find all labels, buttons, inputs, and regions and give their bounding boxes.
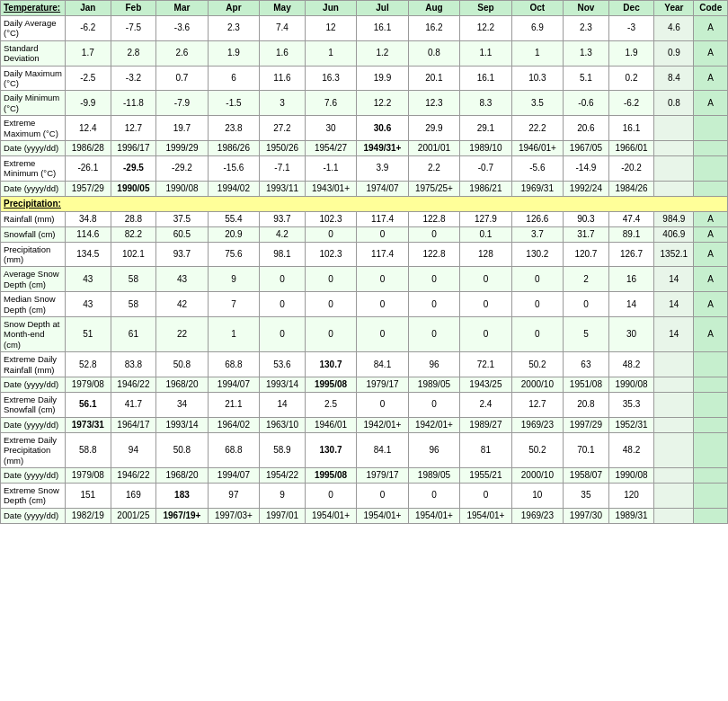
data-cell: 0 bbox=[357, 267, 408, 292]
data-cell bbox=[654, 181, 694, 196]
data-cell: 0 bbox=[305, 226, 356, 242]
data-cell: 0 bbox=[564, 292, 609, 317]
data-cell: 1352.1 bbox=[654, 242, 694, 267]
row-label: Date (yyyy/dd) bbox=[1, 377, 66, 392]
col-may: May bbox=[260, 1, 306, 16]
data-cell: 1989/31 bbox=[608, 508, 654, 523]
row-label: Extreme Maximum (°C) bbox=[1, 116, 66, 141]
data-cell: 47.4 bbox=[608, 211, 654, 226]
data-cell: 12.7 bbox=[511, 392, 563, 417]
data-cell: 0 bbox=[460, 292, 511, 317]
data-cell: 1958/07 bbox=[564, 467, 609, 483]
data-cell: 31.7 bbox=[564, 226, 609, 242]
data-cell: 1993/11 bbox=[260, 181, 306, 196]
data-cell: 11.6 bbox=[260, 66, 306, 91]
data-cell: -7.5 bbox=[111, 16, 156, 41]
data-cell: 52.8 bbox=[66, 352, 111, 377]
col-oct: Oct bbox=[511, 1, 563, 16]
col-jan: Jan bbox=[66, 1, 111, 16]
data-cell: 1952/31 bbox=[608, 417, 654, 432]
data-cell: -5.6 bbox=[511, 155, 563, 181]
table-row: Standard Deviation1.72.82.61.91.611.20.8… bbox=[1, 40, 728, 66]
data-cell: 48.2 bbox=[608, 432, 654, 467]
data-cell: 0 bbox=[305, 267, 356, 292]
data-cell: 5 bbox=[564, 317, 609, 352]
data-cell: 169 bbox=[111, 483, 156, 508]
data-cell: 12.2 bbox=[460, 16, 511, 41]
data-cell: 14 bbox=[654, 267, 694, 292]
data-cell: 2.3 bbox=[208, 16, 259, 41]
table-row: Date (yyyy/dd)1982/192001/251967/19+1997… bbox=[1, 508, 728, 523]
table-row: Extreme Minimum (°C)-26.1-29.5-29.2-15.6… bbox=[1, 155, 728, 181]
data-cell: 75.6 bbox=[208, 242, 259, 267]
data-cell: 1951/08 bbox=[564, 377, 609, 392]
row-label: Daily Average (°C) bbox=[1, 16, 66, 41]
data-cell: 1979/08 bbox=[66, 377, 111, 392]
data-cell: 1968/20 bbox=[156, 467, 208, 483]
data-cell: 1954/22 bbox=[260, 467, 306, 483]
table-row: Daily Maximum (°C)-2.5-3.20.7611.616.319… bbox=[1, 66, 728, 91]
data-cell: 1954/01+ bbox=[408, 508, 459, 523]
data-cell: 1993/14 bbox=[260, 377, 306, 392]
col-sep: Sep bbox=[460, 1, 511, 16]
data-cell bbox=[654, 467, 694, 483]
data-cell: 1.2 bbox=[357, 40, 408, 66]
row-label: Average Snow Depth (cm) bbox=[1, 267, 66, 292]
data-cell: 14 bbox=[608, 292, 654, 317]
data-cell: 0 bbox=[357, 317, 408, 352]
data-cell: 7.4 bbox=[260, 16, 306, 41]
data-cell: 0 bbox=[305, 483, 356, 508]
data-cell bbox=[694, 181, 728, 196]
row-label: Median Snow Depth (cm) bbox=[1, 292, 66, 317]
data-cell: 1969/23 bbox=[511, 508, 563, 523]
data-cell: -3 bbox=[608, 16, 654, 41]
data-cell: 1990/08 bbox=[156, 181, 208, 196]
data-cell: 1979/17 bbox=[357, 377, 408, 392]
data-cell: 3.5 bbox=[511, 91, 563, 116]
data-cell: 1989/05 bbox=[408, 377, 459, 392]
data-cell: 0 bbox=[511, 317, 563, 352]
data-cell: 0 bbox=[408, 483, 459, 508]
data-cell: 9 bbox=[260, 483, 306, 508]
data-cell: 1969/31 bbox=[511, 181, 563, 196]
table-row: Rainfall (mm)34.828.837.555.493.7102.311… bbox=[1, 211, 728, 226]
data-cell: 48.2 bbox=[608, 352, 654, 377]
data-cell: 1.6 bbox=[260, 40, 306, 66]
data-cell: A bbox=[694, 211, 728, 226]
data-cell: -7.1 bbox=[260, 155, 306, 181]
data-cell: 1946/01 bbox=[305, 417, 356, 432]
data-cell: 0 bbox=[357, 292, 408, 317]
data-cell: 0 bbox=[260, 317, 306, 352]
data-cell: 122.8 bbox=[408, 211, 459, 226]
data-cell: 42 bbox=[156, 292, 208, 317]
data-cell: 50.2 bbox=[511, 432, 563, 467]
data-cell: 1986/26 bbox=[208, 140, 259, 155]
data-cell: -3.6 bbox=[156, 16, 208, 41]
data-cell: 28.8 bbox=[111, 211, 156, 226]
data-cell: 0 bbox=[460, 483, 511, 508]
data-cell bbox=[654, 432, 694, 467]
data-cell: 1990/08 bbox=[608, 377, 654, 392]
col-nov: Nov bbox=[564, 1, 609, 16]
data-cell: 9 bbox=[208, 267, 259, 292]
data-cell bbox=[694, 392, 728, 417]
data-cell: 1995/08 bbox=[305, 377, 356, 392]
data-cell: 35.3 bbox=[608, 392, 654, 417]
col-dec: Dec bbox=[608, 1, 654, 16]
data-cell: 37.5 bbox=[156, 211, 208, 226]
data-cell: -0.7 bbox=[460, 155, 511, 181]
data-cell: -6.2 bbox=[608, 91, 654, 116]
table-row: Extreme Daily Precipitation (mm)58.89450… bbox=[1, 432, 728, 467]
data-cell bbox=[654, 116, 694, 141]
data-cell: 984.9 bbox=[654, 211, 694, 226]
data-cell: 0 bbox=[460, 267, 511, 292]
data-cell: 1946/01+ bbox=[511, 140, 563, 155]
data-cell: 5.1 bbox=[564, 66, 609, 91]
data-cell: 0 bbox=[357, 392, 408, 417]
row-label: Rainfall (mm) bbox=[1, 211, 66, 226]
data-cell: -14.9 bbox=[564, 155, 609, 181]
temperature-header: Temperature: bbox=[1, 1, 66, 16]
data-cell: 1994/07 bbox=[208, 467, 259, 483]
table-row: Median Snow Depth (cm)435842700000001414… bbox=[1, 292, 728, 317]
table-row: Date (yyyy/dd)1986/281996/171999/291986/… bbox=[1, 140, 728, 155]
